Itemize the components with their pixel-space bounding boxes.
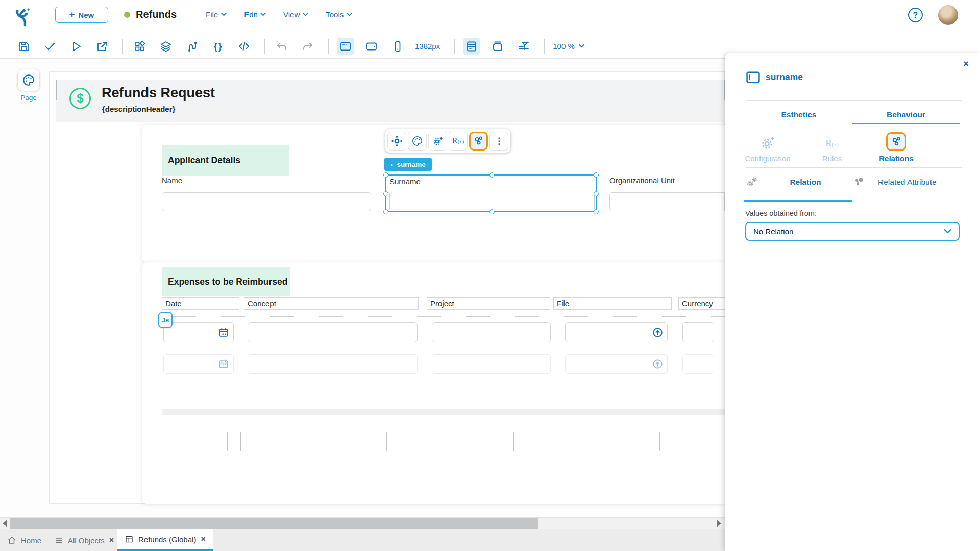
horizontal-scrollbar[interactable]: [0, 517, 725, 529]
menu-file[interactable]: File: [206, 10, 227, 19]
close-panel-icon[interactable]: ×: [963, 58, 969, 69]
tab-behaviour[interactable]: Behaviour: [852, 110, 960, 119]
empty-placeholder-cell[interactable]: [240, 432, 371, 460]
currency-input-row2[interactable]: [682, 354, 714, 374]
concept-input-row2[interactable]: [248, 354, 418, 374]
move-button[interactable]: [387, 132, 406, 151]
applicant-section-title[interactable]: Applicant Details: [162, 145, 289, 176]
save-icon: [18, 40, 30, 53]
expenses-card[interactable]: Expenses to be Reimbursed Date Concept P…: [142, 262, 725, 504]
validate-button[interactable]: [41, 38, 59, 55]
selected-element-chip[interactable]: ‹ surname: [384, 158, 432, 171]
connections-button[interactable]: [183, 38, 201, 55]
empty-placeholder-cell[interactable]: [162, 432, 228, 460]
empty-placeholder-cell[interactable]: [386, 432, 514, 460]
col-header-currency[interactable]: Currency: [678, 297, 725, 310]
tab-esthetics[interactable]: Esthetics: [745, 110, 852, 119]
widgets-button[interactable]: [131, 38, 149, 55]
calendar-icon[interactable]: [218, 358, 229, 369]
project-input-row2[interactable]: [432, 354, 551, 374]
concept-input[interactable]: [248, 322, 418, 342]
col-header-concept[interactable]: Concept: [244, 297, 419, 310]
help-button[interactable]: ?: [908, 8, 923, 22]
col-header-project[interactable]: Project: [427, 297, 550, 310]
currency-input[interactable]: [682, 322, 714, 342]
org-unit-input[interactable]: [609, 192, 725, 211]
scroll-right-arrow-icon[interactable]: [717, 520, 721, 527]
selection-handle[interactable]: [489, 172, 495, 178]
tablet-view-button[interactable]: [363, 38, 380, 55]
panel-divider: [746, 167, 962, 168]
js-script-badge[interactable]: Js: [158, 312, 173, 328]
redo-button[interactable]: [299, 38, 316, 55]
menu-edit[interactable]: Edit: [244, 10, 266, 19]
preview-button[interactable]: [67, 38, 85, 55]
new-button[interactable]: + New: [55, 7, 108, 23]
source-code-button[interactable]: [235, 38, 253, 55]
calendar-icon[interactable]: [218, 327, 229, 338]
dollar-icon: $: [69, 88, 91, 109]
widgets-icon: [134, 40, 146, 53]
page-style-button[interactable]: [17, 69, 40, 91]
empty-placeholder-cell[interactable]: [529, 432, 660, 460]
row-separator: [158, 391, 725, 391]
export-button[interactable]: [93, 38, 111, 55]
configuration-button[interactable]: [428, 132, 447, 151]
icon-tab-rules[interactable]: R(x) Rules: [800, 131, 864, 163]
empty-placeholder-cell[interactable]: [675, 432, 725, 460]
scroll-left-arrow-icon[interactable]: [3, 520, 7, 527]
tab-refunds-global-active[interactable]: Refunds (Global) ×: [117, 529, 213, 551]
selection-handle[interactable]: [594, 191, 599, 196]
save-button[interactable]: [15, 38, 33, 55]
name-input[interactable]: [162, 192, 371, 211]
container-layout-button[interactable]: [489, 38, 506, 55]
form-layout-button[interactable]: [463, 38, 480, 55]
upload-icon[interactable]: [652, 327, 664, 338]
style-button[interactable]: [408, 132, 427, 151]
selection-handle[interactable]: [594, 209, 599, 214]
layers-button[interactable]: [157, 38, 175, 55]
toolbar-divider: [544, 39, 545, 54]
icon-tab-configuration[interactable]: Configuration: [736, 131, 800, 163]
app-logo-icon[interactable]: [13, 6, 35, 28]
expenses-section-title[interactable]: Expenses to be Reimbursed: [162, 267, 290, 296]
surname-field-selected[interactable]: Surname: [385, 174, 597, 212]
more-options-button[interactable]: ⋮: [489, 132, 508, 151]
menu-view[interactable]: View: [283, 10, 308, 19]
desktop-view-button[interactable]: [337, 38, 354, 55]
selection-handle[interactable]: [594, 172, 599, 178]
surname-input[interactable]: [389, 193, 595, 210]
zoom-control[interactable]: 100 %: [553, 42, 584, 51]
align-distribute-button[interactable]: [515, 38, 532, 55]
tab-all-objects[interactable]: All Objects ×: [54, 529, 114, 551]
form-header-block[interactable]: $ Refunds Request {descriptionHeader}: [56, 80, 725, 122]
relation-dropdown[interactable]: No Relation: [745, 222, 960, 241]
chevron-down-icon: [944, 229, 951, 234]
section-divider-bar: [162, 409, 725, 415]
icon-tab-relations-active[interactable]: Relations: [864, 131, 928, 163]
selection-handle[interactable]: [383, 209, 388, 214]
tab-home[interactable]: Home: [7, 529, 41, 551]
form-header-title: Refunds Request: [102, 85, 215, 101]
close-tab-icon[interactable]: ×: [201, 535, 205, 544]
rules-button[interactable]: R(x): [449, 132, 468, 151]
subtab-relation-active[interactable]: Relation: [745, 176, 852, 189]
undo-button[interactable]: [273, 38, 290, 55]
row-separator: [158, 316, 725, 317]
project-input[interactable]: [432, 322, 551, 342]
menu-tools[interactable]: Tools: [326, 10, 352, 19]
relations-button-active[interactable]: [469, 132, 488, 151]
upload-icon[interactable]: [652, 358, 664, 370]
phone-view-button[interactable]: [389, 38, 406, 55]
status-dot: [124, 12, 130, 18]
close-tab-icon[interactable]: ×: [109, 536, 114, 545]
scrollbar-thumb[interactable]: [10, 518, 538, 529]
braces-button[interactable]: { }: [209, 38, 227, 55]
col-header-date[interactable]: Date: [162, 297, 239, 310]
selection-handle[interactable]: [489, 209, 495, 214]
selection-handle[interactable]: [383, 191, 388, 196]
user-avatar[interactable]: [938, 5, 958, 25]
subtab-related-attribute[interactable]: Related Attribute: [852, 176, 962, 189]
selection-handle[interactable]: [383, 172, 388, 178]
col-header-file[interactable]: File: [553, 297, 672, 310]
